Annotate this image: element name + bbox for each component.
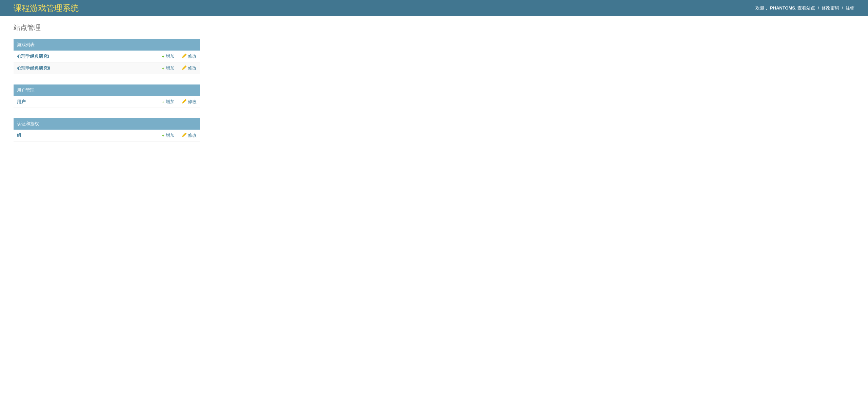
table-row: 心理学经典研究I + 增加 修改 <box>14 51 200 62</box>
pencil-icon <box>182 99 186 105</box>
add-link[interactable]: + 增加 <box>162 65 175 71</box>
page-title: 站点管理 <box>14 23 854 32</box>
content: 站点管理 游戏列表 心理学经典研究I + 增加 修改 <box>0 16 868 158</box>
add-link[interactable]: + 增加 <box>162 99 175 105</box>
table-row: 组 + 增加 修改 <box>14 130 200 141</box>
change-link[interactable]: 修改 <box>182 132 197 138</box>
model-link[interactable]: 用户 <box>17 99 26 104</box>
model-link[interactable]: 心理学经典研究I <box>17 54 49 59</box>
table-row: 用户 + 增加 修改 <box>14 96 200 108</box>
module-auth: 认证和授权 组 + 增加 修改 <box>14 118 200 141</box>
plus-icon: + <box>162 66 164 71</box>
module-game-list: 游戏列表 心理学经典研究I + 增加 修改 <box>14 39 200 74</box>
pencil-icon <box>182 65 186 71</box>
change-link[interactable]: 修改 <box>182 53 197 59</box>
plus-icon: + <box>162 99 164 105</box>
add-link[interactable]: + 增加 <box>162 53 175 59</box>
plus-icon: + <box>162 133 164 138</box>
model-link[interactable]: 组 <box>17 133 21 138</box>
user-tools: 欢迎， PHANTOMS. 查看站点 / 修改密码 / 注销 <box>755 5 854 11</box>
pencil-icon <box>182 54 186 59</box>
module-caption: 认证和授权 <box>14 118 200 130</box>
username: PHANTOMS <box>770 5 795 11</box>
module-caption: 用户管理 <box>14 84 200 96</box>
module-user-management: 用户管理 用户 + 增加 修改 <box>14 84 200 108</box>
branding: 课程游戏管理系统 <box>14 3 79 14</box>
change-password-link[interactable]: 修改密码 <box>822 5 839 11</box>
welcome-text: 欢迎， <box>755 5 769 11</box>
add-link[interactable]: + 增加 <box>162 132 175 138</box>
view-site-link[interactable]: 查看站点 <box>797 5 815 11</box>
plus-icon: + <box>162 54 164 59</box>
table-row: 心理学经典研究II + 增加 修改 <box>14 62 200 74</box>
change-link[interactable]: 修改 <box>182 65 197 71</box>
change-link[interactable]: 修改 <box>182 99 197 105</box>
pencil-icon <box>182 133 186 138</box>
header: 课程游戏管理系统 欢迎， PHANTOMS. 查看站点 / 修改密码 / 注销 <box>0 0 868 16</box>
site-title-link[interactable]: 课程游戏管理系统 <box>14 3 79 13</box>
logout-link[interactable]: 注销 <box>846 5 854 11</box>
module-caption: 游戏列表 <box>14 39 200 51</box>
model-link[interactable]: 心理学经典研究II <box>17 65 50 71</box>
